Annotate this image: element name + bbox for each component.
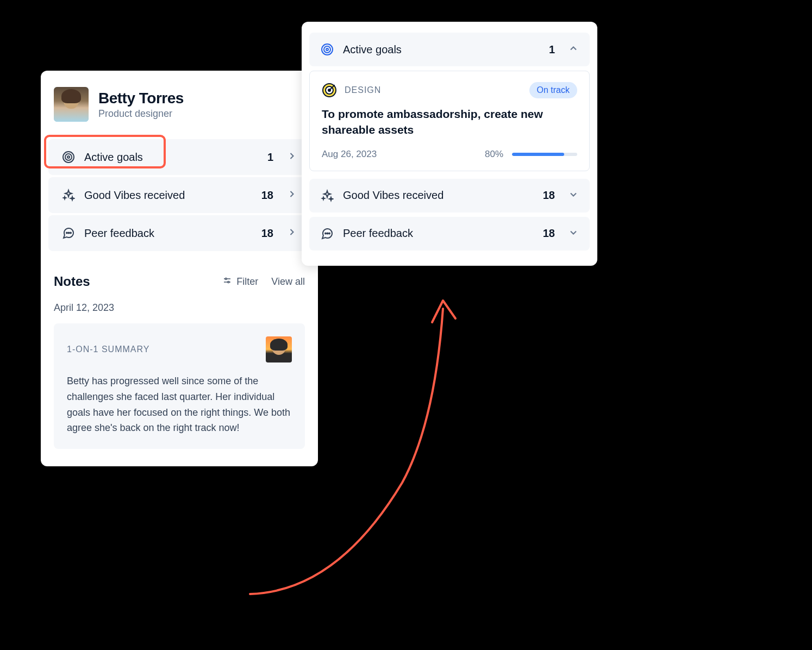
chevron-right-icon	[286, 151, 297, 164]
svg-point-11	[324, 46, 330, 53]
goal-date: Aug 26, 2023	[322, 149, 476, 160]
target-icon	[61, 150, 76, 164]
notes-section: Notes Filter View all April 12, 2023 1-O…	[41, 253, 318, 449]
svg-point-1	[65, 154, 72, 160]
profile-name: Betty Torres	[98, 90, 184, 107]
goal-category: DESIGN	[345, 85, 522, 95]
status-badge: On track	[529, 82, 577, 98]
target-icon	[320, 42, 334, 57]
stat-label: Active goals	[343, 43, 540, 56]
stat-label: Good Vibes received	[84, 189, 253, 202]
stat-label: Good Vibes received	[343, 189, 534, 202]
stat-value: 18	[261, 227, 273, 240]
stat-label: Peer feedback	[84, 227, 253, 240]
svg-point-2	[67, 156, 70, 158]
sparkle-icon	[61, 188, 76, 202]
chevron-right-icon	[286, 227, 297, 240]
goal-card[interactable]: DESIGN On track To promote ambassadorshi…	[309, 71, 590, 171]
svg-point-18	[325, 233, 326, 234]
svg-point-20	[329, 233, 330, 234]
svg-point-5	[70, 233, 71, 234]
sparkle-icon	[320, 189, 334, 203]
goal-title: To promote ambassadorship, create new sh…	[322, 106, 577, 138]
expanded-peer-feedback[interactable]: Peer feedback 18	[309, 217, 590, 251]
svg-point-19	[327, 233, 328, 234]
svg-point-4	[68, 233, 70, 234]
goal-target-icon	[322, 83, 337, 98]
profile-role: Product designer	[98, 108, 184, 120]
progress-bar	[512, 153, 577, 156]
stat-active-goals[interactable]: Active goals 1	[48, 139, 310, 175]
chevron-right-icon	[286, 189, 297, 202]
view-all-button[interactable]: View all	[271, 276, 305, 288]
note-date: April 12, 2023	[54, 302, 305, 314]
stat-label: Peer feedback	[343, 227, 534, 240]
profile-header: Betty Torres Product designer	[41, 84, 318, 137]
stat-value: 1	[549, 43, 555, 56]
comment-icon	[61, 226, 76, 240]
note-card: 1-ON-1 SUMMARY Betty has progressed well…	[54, 323, 305, 449]
expanded-good-vibes[interactable]: Good Vibes received 18	[309, 179, 590, 212]
profile-card: Betty Torres Product designer Active goa…	[41, 71, 318, 466]
svg-point-8	[226, 278, 227, 279]
note-summary-label: 1-ON-1 SUMMARY	[67, 345, 149, 354]
chevron-down-icon	[568, 189, 579, 202]
stat-good-vibes[interactable]: Good Vibes received 18	[48, 177, 310, 213]
svg-point-12	[326, 48, 328, 51]
filter-button[interactable]: Filter	[222, 276, 258, 288]
svg-point-9	[228, 281, 229, 283]
chevron-up-icon	[568, 43, 579, 56]
notes-title: Notes	[54, 274, 90, 289]
note-text: Betty has progressed well since some of …	[67, 373, 292, 436]
expanded-panel: Active goals 1 DESIGN On track To promot…	[302, 22, 597, 266]
svg-point-3	[66, 233, 67, 234]
note-author-avatar	[266, 336, 292, 362]
stat-value: 18	[543, 189, 555, 202]
goal-percent: 80%	[485, 149, 503, 160]
filter-label: Filter	[236, 276, 258, 288]
avatar	[54, 87, 89, 122]
filter-icon	[222, 276, 232, 288]
chevron-down-icon	[568, 227, 579, 240]
comment-icon	[320, 227, 334, 241]
stat-value: 18	[543, 227, 555, 240]
stat-value: 1	[267, 151, 273, 164]
stat-peer-feedback[interactable]: Peer feedback 18	[48, 215, 310, 251]
expanded-active-goals[interactable]: Active goals 1	[309, 33, 590, 66]
stat-value: 18	[261, 189, 273, 202]
stat-label: Active goals	[84, 151, 259, 164]
